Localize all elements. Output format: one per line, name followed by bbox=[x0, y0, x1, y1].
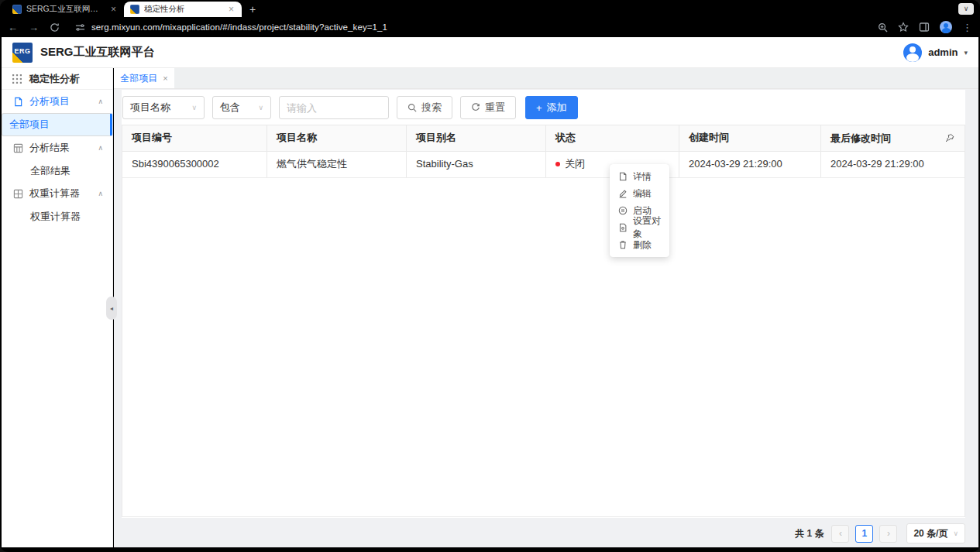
bookmark-star-icon[interactable] bbox=[898, 22, 909, 33]
menu-item-edit[interactable]: 编辑 bbox=[610, 185, 669, 202]
browser-menu-icon[interactable]: ⋮ bbox=[962, 22, 972, 33]
menu-item-label: 设置对象 bbox=[633, 214, 661, 241]
table-row[interactable]: Sbi4390065300002 燃气供气稳定性 Stability-Gas 关… bbox=[122, 152, 965, 178]
workspace-tab-bar: 全部项目 × bbox=[114, 68, 978, 89]
sidebar-item-weight-calculator[interactable]: 权重计算器 bbox=[2, 205, 112, 228]
sidebar-item-all-results[interactable]: 全部结果 bbox=[2, 159, 112, 182]
main-content: 全部项目 × 项目名称 ∨ 包含 ∨ 搜索 bbox=[114, 68, 978, 547]
sidebar-item-label: 权重计算器 bbox=[30, 210, 81, 224]
status-label: 关闭 bbox=[565, 158, 585, 170]
previous-page-button[interactable]: ‹ bbox=[831, 525, 849, 543]
sidebar-item-label: 全部结果 bbox=[30, 164, 70, 178]
field-select[interactable]: 项目名称 ∨ bbox=[122, 96, 205, 119]
next-page-button[interactable]: › bbox=[879, 525, 897, 543]
cell-created-time: 2024-03-29 21:29:00 bbox=[679, 152, 821, 177]
side-panel-icon[interactable] bbox=[919, 22, 930, 33]
app-header: ERG SERG工业互联网平台 admin ▾ bbox=[2, 37, 978, 68]
chevron-down-icon: ∨ bbox=[953, 530, 958, 537]
zoom-icon[interactable] bbox=[878, 22, 888, 33]
app-title: SERG工业互联网平台 bbox=[40, 45, 155, 60]
search-icon bbox=[407, 103, 417, 112]
user-avatar-icon bbox=[903, 43, 922, 62]
column-header-label: 最后修改时间 bbox=[830, 132, 891, 146]
table-header-row: 项目编号 项目名称 项目别名 状态 创建时间 最后修改时间 bbox=[122, 125, 965, 152]
add-button[interactable]: + 添加 bbox=[525, 96, 578, 119]
address-bar[interactable]: serg.mixyun.com/mixapplication/#/indass/… bbox=[70, 19, 867, 35]
menu-item-label: 编辑 bbox=[633, 187, 652, 201]
column-header-project-id: 项目编号 bbox=[122, 125, 267, 151]
browser-window: SERG工业互联网平台 × 稳定性分析 × + ∨ ← → serg.mixyu… bbox=[0, 0, 980, 552]
file-settings-icon bbox=[618, 223, 628, 232]
sidebar-group-label: 分析项目 bbox=[29, 94, 70, 108]
play-circle-icon bbox=[618, 206, 628, 215]
content-panel: 项目名称 ∨ 包含 ∨ 搜索 重置 bbox=[122, 90, 965, 518]
status-dot-icon bbox=[555, 162, 560, 166]
browser-tab-title: 稳定性分析 bbox=[144, 4, 222, 15]
menu-item-details[interactable]: 详情 bbox=[610, 168, 669, 185]
sidebar-item-all-projects[interactable]: 全部项目 bbox=[2, 113, 112, 136]
serg-logo: ERG bbox=[12, 43, 33, 63]
user-menu[interactable]: admin ▾ bbox=[903, 43, 968, 62]
cell-project-name: 燃气供气稳定性 bbox=[267, 152, 407, 177]
cell-modified-time: 2024-03-29 21:29:00 bbox=[821, 152, 965, 177]
browser-tab-platform[interactable]: SERG工业互联网平台 × bbox=[6, 2, 124, 17]
calculator-icon bbox=[13, 189, 23, 199]
menu-item-set-object[interactable]: 设置对象 bbox=[610, 219, 669, 236]
sidebar-group-label: 分析结果 bbox=[29, 141, 70, 155]
column-header-created-time: 创建时间 bbox=[679, 125, 821, 151]
row-context-menu: 详情 编辑 启动 设置对象 删除 bbox=[610, 164, 669, 257]
menu-item-label: 删除 bbox=[633, 238, 652, 252]
forward-icon[interactable]: → bbox=[29, 22, 39, 33]
document-icon bbox=[13, 97, 23, 107]
url-text: serg.mixyun.com/mixapplication/#/indass/… bbox=[91, 22, 387, 32]
site-info-icon[interactable] bbox=[75, 22, 85, 33]
search-input[interactable] bbox=[279, 96, 389, 119]
close-icon[interactable]: × bbox=[163, 74, 167, 83]
reload-icon[interactable] bbox=[50, 22, 60, 33]
column-header-status: 状态 bbox=[546, 125, 679, 151]
browser-actions: ⋮ bbox=[878, 21, 972, 33]
back-icon[interactable]: ← bbox=[8, 22, 18, 33]
close-icon[interactable]: × bbox=[227, 4, 236, 15]
browser-profile-avatar[interactable] bbox=[940, 21, 952, 33]
sidebar-collapse-handle[interactable]: ◂ bbox=[106, 297, 117, 320]
sidebar-group-analysis-projects[interactable]: 分析项目 ∧ bbox=[2, 90, 112, 113]
caret-down-icon: ▾ bbox=[964, 49, 968, 57]
filter-toolbar: 项目名称 ∨ 包含 ∨ 搜索 重置 bbox=[122, 90, 965, 125]
add-button-label: 添加 bbox=[547, 101, 567, 115]
page-1-button[interactable]: 1 bbox=[855, 525, 873, 543]
search-button-label: 搜索 bbox=[421, 101, 442, 115]
column-header-project-alias: 项目别名 bbox=[407, 125, 546, 151]
pin-icon[interactable] bbox=[945, 133, 955, 143]
browser-toolbar: ← → serg.mixyun.com/mixapplication/#/ind… bbox=[0, 17, 980, 37]
browser-tab-strip: SERG工业互联网平台 × 稳定性分析 × + ∨ bbox=[0, 0, 980, 17]
sidebar-group-weight-calculator[interactable]: 权重计算器 ∧ bbox=[2, 182, 112, 205]
reset-button-label: 重置 bbox=[485, 101, 505, 115]
tab-search-chevron-button[interactable]: ∨ bbox=[958, 3, 974, 15]
menu-item-label: 详情 bbox=[633, 170, 652, 183]
sidebar-group-analysis-results[interactable]: 分析结果 ∧ bbox=[2, 136, 112, 159]
tab-label: 全部项目 bbox=[120, 72, 157, 85]
pagination: 共 1 条 ‹ 1 › 20 条/页 ∨ bbox=[795, 523, 965, 543]
sidebar: 稳定性分析 分析项目 ∧ 全部项目 分析结果 ∧ 全部结果 权重计算器 bbox=[2, 68, 113, 547]
operator-select[interactable]: 包含 ∨ bbox=[212, 96, 271, 119]
projects-table: 项目编号 项目名称 项目别名 状态 创建时间 最后修改时间 Sbi4390065… bbox=[122, 125, 965, 517]
close-icon[interactable]: × bbox=[109, 4, 118, 15]
page-size-select[interactable]: 20 条/页 ∨ bbox=[906, 523, 965, 543]
tab-all-projects[interactable]: 全部项目 × bbox=[114, 68, 174, 88]
app-grid-icon bbox=[12, 74, 22, 84]
pagination-total: 共 1 条 bbox=[795, 527, 824, 540]
reset-button[interactable]: 重置 bbox=[460, 96, 516, 119]
browser-tab-stability[interactable]: 稳定性分析 × bbox=[124, 2, 242, 17]
search-button[interactable]: 搜索 bbox=[397, 96, 452, 119]
new-tab-button[interactable]: + bbox=[242, 3, 263, 17]
user-name: admin bbox=[928, 46, 958, 58]
cell-project-alias: Stability-Gas bbox=[407, 152, 546, 177]
sidebar-title: 稳定性分析 bbox=[29, 72, 80, 86]
page-size-value: 20 条/页 bbox=[913, 527, 947, 540]
column-header-modified-time: 最后修改时间 bbox=[821, 125, 965, 151]
sidebar-header: 稳定性分析 bbox=[2, 68, 112, 90]
column-header-project-name: 项目名称 bbox=[267, 125, 407, 151]
favicon bbox=[12, 5, 22, 14]
favicon bbox=[130, 5, 139, 14]
